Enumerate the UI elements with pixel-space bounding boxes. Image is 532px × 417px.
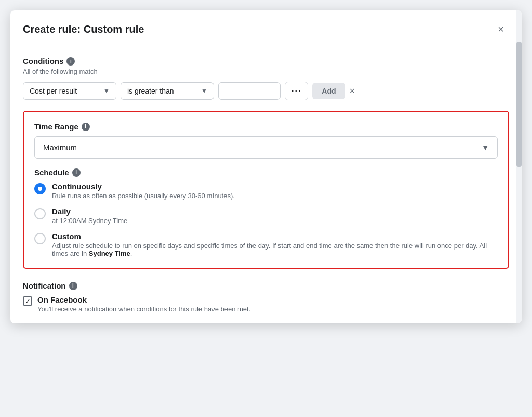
schedule-daily-label: Daily: [52, 207, 127, 216]
schedule-option-custom: Custom Adjust rule schedule to run on sp…: [34, 232, 498, 257]
modal-body: Conditions i All of the following match …: [10, 46, 522, 323]
operator-dropdown-value: is greater than: [127, 87, 174, 95]
time-range-chevron: ▼: [482, 144, 489, 152]
operator-dropdown[interactable]: is greater than ▼: [121, 82, 214, 100]
schedule-custom-label: Custom: [52, 232, 498, 241]
schedule-option-continuously: Continuously Rule runs as often as possi…: [34, 182, 498, 200]
conditions-info-icon: i: [66, 57, 75, 66]
scrollbar[interactable]: [516, 10, 522, 323]
checkmark-icon: ✓: [25, 297, 31, 305]
radio-daily[interactable]: [34, 208, 46, 219]
scrollbar-thumb[interactable]: [516, 42, 522, 167]
cost-dropdown-value: Cost per result: [30, 87, 77, 95]
time-range-dropdown-value: Maximum: [43, 143, 77, 152]
schedule-continuously-label: Continuously: [52, 182, 235, 191]
on-facebook-label: On Facebook: [37, 295, 250, 304]
conditions-label: Conditions i: [23, 57, 509, 66]
notification-section: Notification i ✓ On Facebook You'll rece…: [23, 279, 509, 313]
schedule-option-daily: Daily at 12:00AM Sydney Time: [34, 207, 498, 225]
on-facebook-desc: You'll receive a notification when condi…: [37, 305, 250, 313]
operator-dropdown-chevron: ▼: [201, 87, 207, 95]
modal-title: Create rule: Custom rule: [23, 23, 144, 35]
notification-checkbox-row: ✓ On Facebook You'll receive a notificat…: [23, 295, 509, 313]
on-facebook-checkbox[interactable]: ✓: [23, 296, 32, 306]
time-range-label: Time Range i: [34, 122, 498, 131]
value-input[interactable]: [218, 82, 281, 100]
time-range-info-icon: i: [82, 123, 90, 131]
schedule-label: Schedule i: [34, 168, 498, 177]
conditions-section: Conditions i All of the following match …: [23, 57, 509, 100]
remove-condition-button[interactable]: ×: [350, 86, 355, 97]
notification-label: Notification i: [23, 281, 509, 290]
time-range-dropdown[interactable]: Maximum ▼: [34, 136, 498, 159]
ellipsis-button[interactable]: ···: [285, 82, 308, 100]
schedule-custom-desc: Adjust rule schedule to run on specific …: [52, 242, 498, 257]
radio-continuously[interactable]: [34, 183, 46, 194]
schedule-daily-desc: at 12:00AM Sydney Time: [52, 217, 127, 225]
conditions-row: Cost per result ▼ is greater than ▼ ··· …: [23, 82, 509, 100]
notification-info-icon: i: [69, 282, 77, 290]
schedule-section: Schedule i Continuously Rule runs as oft…: [34, 168, 498, 257]
cost-dropdown-chevron: ▼: [103, 87, 110, 95]
close-icon: ×: [498, 23, 504, 35]
time-range-section: Time Range i Maximum ▼: [34, 122, 498, 159]
modal: Create rule: Custom rule × Conditions i …: [10, 10, 522, 323]
highlighted-section: Time Range i Maximum ▼ Schedule i: [23, 111, 509, 269]
radio-custom[interactable]: [34, 233, 46, 244]
modal-header: Create rule: Custom rule ×: [10, 10, 522, 46]
modal-close-button[interactable]: ×: [493, 21, 509, 37]
add-button[interactable]: Add: [312, 83, 345, 99]
schedule-info-icon: i: [72, 168, 81, 177]
conditions-sublabel: All of the following match: [23, 68, 509, 75]
cost-dropdown[interactable]: Cost per result ▼: [23, 82, 116, 100]
schedule-continuously-desc: Rule runs as often as possible (usually …: [52, 192, 235, 200]
schedule-radio-group: Continuously Rule runs as often as possi…: [34, 182, 498, 257]
